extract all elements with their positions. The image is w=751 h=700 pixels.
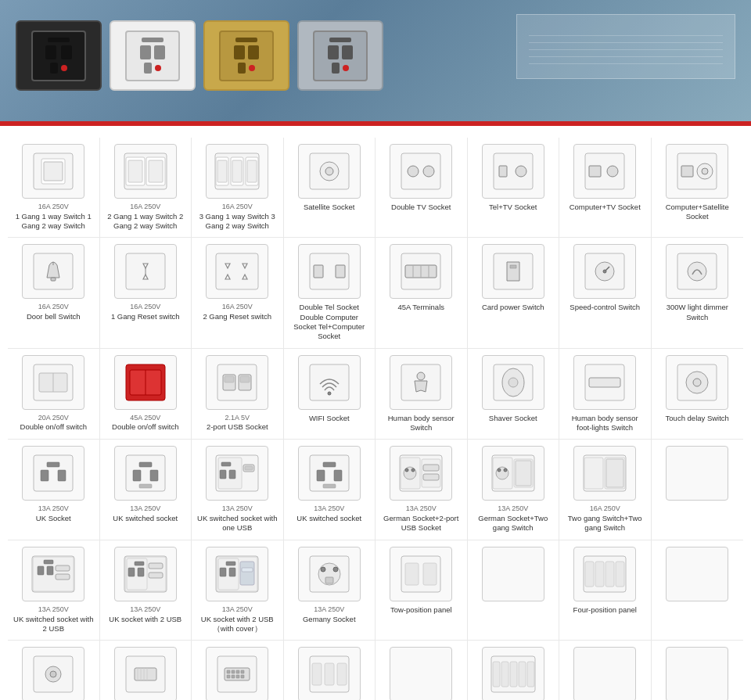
svg-rect-122 — [56, 574, 70, 580]
header — [0, 0, 751, 121]
svg-rect-115 — [606, 459, 623, 487]
svg-point-19 — [408, 166, 419, 177]
product-name: Satellite Socket — [304, 203, 354, 212]
product-name: WIFI Socket — [309, 414, 350, 423]
list-item: Four-position panel — [559, 540, 652, 641]
svg-point-107 — [498, 468, 501, 472]
product-name: UK socket with 2 USB（with cover） — [196, 615, 278, 634]
svg-rect-39 — [336, 265, 345, 278]
product-icon — [114, 355, 177, 410]
product-name: Door bell Switch — [27, 312, 81, 321]
product-icon — [298, 355, 361, 410]
svg-rect-118 — [44, 560, 53, 564]
product-name: 2 Gang 1 way Switch 2 Gang 2 way Switch — [105, 212, 187, 232]
svg-rect-168 — [232, 675, 235, 678]
svg-point-108 — [504, 468, 507, 472]
product-icon — [390, 144, 452, 199]
svg-rect-71 — [589, 378, 620, 387]
list-item: 16A 250V1 Gang Reset switch — [100, 238, 192, 348]
product-spec: 20A 250V — [38, 414, 69, 423]
svg-rect-179 — [519, 662, 526, 687]
product-icon — [22, 446, 84, 501]
product-spec: 16A 250V — [590, 504, 620, 514]
product-icon — [298, 647, 361, 700]
product-icon — [666, 144, 728, 199]
svg-rect-86 — [221, 462, 231, 466]
color-black — [16, 20, 102, 94]
product-icon — [22, 547, 84, 601]
list-item: 13A 250VUK socket with 2 USB（with cover） — [192, 540, 284, 641]
product-icon — [573, 144, 636, 199]
product-icon — [666, 547, 728, 601]
list-item: Speed-control Switch — [559, 238, 652, 348]
svg-rect-22 — [499, 166, 507, 177]
svg-point-74 — [693, 379, 701, 386]
product-icon — [22, 144, 84, 199]
list-item: Double TV Socket — [376, 138, 468, 238]
product-name: 2-port USB Socket — [207, 422, 268, 432]
product-name: Gemany Socket — [303, 615, 356, 624]
product-icon — [390, 647, 452, 700]
product-name: UK Socket — [36, 514, 71, 523]
svg-rect-12 — [217, 160, 227, 182]
product-icon — [206, 446, 268, 501]
svg-rect-176 — [493, 662, 500, 687]
svg-rect-110 — [516, 461, 531, 486]
svg-point-51 — [688, 262, 706, 281]
product-icon — [482, 547, 544, 601]
svg-rect-13 — [232, 160, 242, 182]
svg-rect-103 — [423, 474, 439, 480]
product-spec: 13A 250V — [406, 504, 437, 514]
product-spec: 13A 250V — [130, 605, 160, 615]
product-name: Two gang Switch+Two gang Switch — [564, 514, 646, 533]
product-icon — [206, 144, 268, 199]
svg-point-100 — [411, 468, 415, 472]
product-icon — [482, 446, 544, 501]
product-icon — [390, 355, 452, 410]
product-name: Double TV Socket — [391, 203, 451, 212]
svg-rect-167 — [227, 675, 230, 678]
product-icon — [206, 244, 268, 299]
svg-rect-164 — [232, 670, 235, 673]
list-item: Satellite Socket — [284, 138, 376, 238]
svg-rect-121 — [56, 565, 70, 571]
product-icon — [390, 547, 452, 601]
svg-rect-6 — [128, 160, 142, 182]
product-spec: 16A 250V — [130, 203, 160, 212]
list-item: 13A 250VUK switched socket — [284, 440, 376, 540]
list-item: Card power Switch — [468, 238, 560, 348]
product-name: Human body sensor Switch — [380, 414, 462, 433]
product-icon — [298, 244, 361, 299]
list-item: 13A 250VUK Socket — [8, 440, 100, 540]
svg-rect-128 — [138, 568, 144, 576]
product-name: Computer+TV Socket — [570, 203, 641, 212]
list-item: TV Socket — [8, 641, 100, 700]
list-item: 13A 250VUK switched socket — [100, 440, 192, 540]
list-item: Touch delay Switch — [652, 349, 744, 440]
product-spec: 13A 250V — [222, 504, 253, 514]
svg-point-26 — [607, 166, 618, 177]
svg-rect-170 — [241, 675, 244, 678]
svg-rect-163 — [227, 670, 230, 673]
svg-rect-82 — [150, 470, 158, 481]
svg-point-66 — [417, 372, 425, 380]
product-spec: 13A 250V — [498, 504, 528, 514]
product-spec: 16A 250V — [222, 203, 253, 212]
product-spec: 13A 250V — [222, 605, 253, 615]
svg-point-49 — [603, 270, 606, 273]
product-name: UK switched socket — [296, 514, 361, 523]
list-item: 20A 250VDouble on/off switch — [8, 349, 100, 440]
product-name: UK switched socket with 2 USB — [13, 615, 95, 634]
product-icon — [666, 244, 728, 299]
list-item: 45A 250VDouble on/off switch — [100, 349, 192, 440]
param-size — [529, 43, 723, 50]
product-icon — [573, 647, 636, 700]
svg-rect-174 — [337, 663, 347, 685]
list-item: Computer+Satellite Socket — [652, 138, 744, 238]
svg-rect-119 — [38, 566, 44, 575]
product-icon — [22, 647, 84, 700]
svg-point-99 — [405, 468, 408, 472]
list-item: Human body sensor foot-lights Switch — [559, 349, 652, 440]
product-name: 1 Gang 1 way Switch 1 Gang 2 way Switch — [13, 212, 95, 232]
svg-point-17 — [325, 167, 333, 175]
